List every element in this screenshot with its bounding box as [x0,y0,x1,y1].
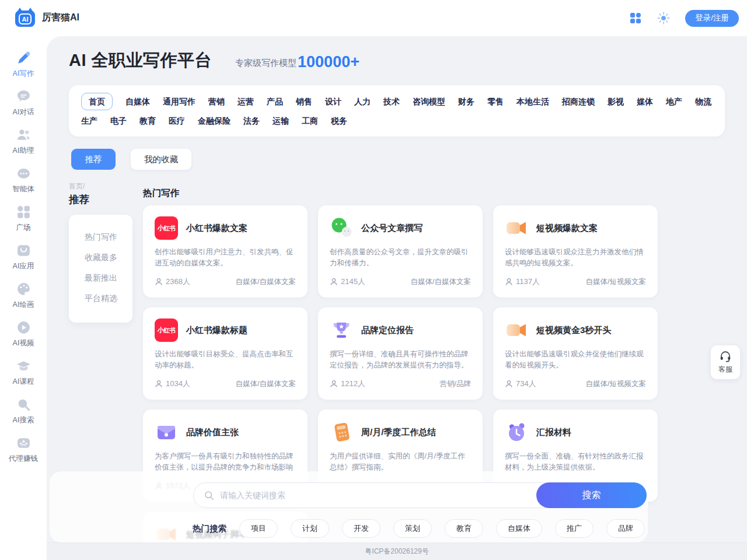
category-link-1-6[interactable]: 运输 [273,114,289,128]
category-link-1-2[interactable]: 教育 [139,114,156,128]
category-link-0-1[interactable]: 自媒体 [125,94,150,108]
category-link-0-13[interactable]: 本地生活 [516,94,549,108]
sidebar-item-1[interactable]: AI对话 [0,82,47,117]
hot-tag-3[interactable]: 策划 [393,519,432,538]
hot-tag-7[interactable]: 品牌 [606,519,645,538]
tab-recommend[interactable]: 推荐 [71,149,116,170]
pen-icon [16,50,32,66]
hot-tag-6[interactable]: 推广 [555,519,594,538]
palette-icon [16,281,32,297]
chat-icon [16,89,32,104]
template-card-4[interactable]: 品牌定位报告撰写一份详细、准确且具有可操作性的品牌定位报告，为品牌的发展提供有力… [318,307,483,400]
sidebar-item-9[interactable]: AI搜索 [0,390,47,425]
category-link-1-7[interactable]: 工商 [302,114,318,128]
breadcrumb[interactable]: 首页/ [69,181,85,191]
sidebar-item-7[interactable]: AI视频 [0,313,47,348]
section-title: 热门写作 [143,187,179,200]
category-link-1-4[interactable]: 金融保险 [198,114,231,128]
template-card-0[interactable]: 小红书小红书爆款文案创作出能够吸引用户注意力、引发共鸣、促进互动的自媒体文案。2… [143,205,308,298]
category-link-1-0[interactable]: 生产 [81,114,97,128]
wechat-icon [330,216,353,240]
sidebar-item-6[interactable]: AI绘画 [0,274,47,309]
usage-count: 1212人 [330,379,365,389]
template-card-1[interactable]: 公众号文章撰写创作高质量的公众号文章，提升文章的吸引力和传播力。2145人自媒体… [318,205,483,298]
footer: 粤ICP备20026129号 [47,542,747,560]
brand[interactable]: AI 厉害猫AI [15,8,79,27]
card-category: 自媒体/短视频文案 [586,379,646,389]
card-category: 自媒体/短视频文案 [586,277,646,287]
apps-grid-icon[interactable] [629,12,642,24]
category-link-0-16[interactable]: 媒体 [637,94,653,108]
hot-search-row: 热门搜索 项目计划开发策划教育自媒体推广品牌调研 [193,519,648,538]
course-icon [16,358,32,374]
hot-tag-5[interactable]: 自媒体 [496,519,542,538]
xiaohongshu-icon: 小红书 [155,216,178,240]
category-link-0-7[interactable]: 设计 [325,94,341,108]
template-card-3[interactable]: 小红书小红书爆款标题设计出能够吸引目标受众、提高点击率和互动率的标题。1034人… [143,307,308,400]
tab-favorites[interactable]: 我的收藏 [131,149,191,170]
category-link-0-11[interactable]: 财务 [458,94,474,108]
hot-tag-4[interactable]: 教育 [445,519,483,538]
category-link-0-10[interactable]: 咨询模型 [413,94,445,108]
sidebar-item-8[interactable]: AI课程 [0,351,47,386]
category-link-0-14[interactable]: 招商连锁 [562,94,595,108]
hot-tag-2[interactable]: 开发 [342,519,381,538]
category-link-0-0[interactable]: 首页 [81,93,113,110]
login-button[interactable]: 登录/注册 [685,10,739,27]
usage-count: 2145人 [330,276,365,287]
card-category: 自媒体/自媒体文案 [236,277,296,287]
app-logo-icon: AI [15,8,35,27]
category-link-0-5[interactable]: 产品 [267,94,283,108]
filter-item-0[interactable]: 热门写作 [69,227,117,247]
search-button[interactable]: 搜索 [536,482,647,508]
filter-item-1[interactable]: 收藏最多 [69,247,117,268]
category-link-1-3[interactable]: 医疗 [169,114,185,128]
sidebar-item-0[interactable]: AI写作 [0,43,47,78]
video-play-icon [16,320,32,335]
hot-search-label: 热门搜索 [193,523,226,534]
hot-tag-1[interactable]: 计划 [291,519,329,538]
sidebar-item-10[interactable]: 代理赚钱 [0,428,47,463]
card-category: 营销/品牌 [440,379,471,389]
category-link-0-9[interactable]: 技术 [383,94,400,108]
calendar-icon [330,421,353,444]
category-link-0-18[interactable]: 物流 [695,94,711,108]
video-icon [505,216,528,240]
sidebar-item-5[interactable]: AI应用 [0,236,47,271]
category-link-0-2[interactable]: 通用写作 [163,94,196,108]
category-link-0-6[interactable]: 销售 [296,94,312,108]
hot-tag-0[interactable]: 项目 [239,519,278,538]
search-icon [204,491,214,501]
category-link-0-4[interactable]: 运营 [238,94,254,108]
category-link-1-1[interactable]: 电子 [110,114,127,128]
category-link-1-5[interactable]: 法务 [243,114,260,128]
hero: AI 全职业写作平台 专家级写作模型 100000+ [69,49,359,71]
template-card-5[interactable]: 短视频黄金3秒开头设计出能够迅速吸引观众并促使他们继续观看的短视频开头。734人… [493,307,658,400]
template-card-2[interactable]: 短视频爆款文案设计能够迅速吸引观众注意力并激发他们情感共鸣的短视频文案。1137… [493,205,658,298]
trophy-icon [330,318,353,342]
category-link-0-15[interactable]: 影视 [608,94,624,108]
card-category: 自媒体/自媒体文案 [411,277,471,287]
sidebar-item-2[interactable]: AI助理 [0,120,47,155]
sidebar-item-4[interactable]: 广场 [0,197,47,232]
theme-sun-icon[interactable] [657,12,670,24]
filter-item-2[interactable]: 最新推出 [69,268,117,288]
category-link-0-3[interactable]: 营销 [208,94,225,108]
sidebar: AI写作AI对话AI助理智能体广场AI应用AI绘画AI视频AI课程AI搜索代理赚… [0,36,47,560]
category-link-0-8[interactable]: 人力 [354,94,371,108]
hot-tags: 项目计划开发策划教育自媒体推广品牌调研 [239,519,648,538]
usage-count: 2368人 [155,276,190,287]
brand-name: 厉害猫AI [42,12,79,24]
breadcrumb-current: 推荐 [69,192,89,206]
category-link-0-17[interactable]: 地产 [666,94,682,108]
xiaohongshu-icon: 小红书 [155,318,178,342]
category-link-1-8[interactable]: 税务 [331,114,347,128]
search-icon [16,397,32,412]
support-button[interactable]: 客服 [711,345,740,379]
sidebar-item-3[interactable]: 智能体 [0,159,47,194]
agency-icon [16,435,32,451]
search-overlay: 搜索 热门搜索 项目计划开发策划教育自媒体推广品牌调研 [50,471,648,542]
category-link-0-12[interactable]: 零售 [487,94,504,108]
filter-item-3[interactable]: 平台精选 [69,288,117,309]
square-grid-icon [16,204,32,220]
